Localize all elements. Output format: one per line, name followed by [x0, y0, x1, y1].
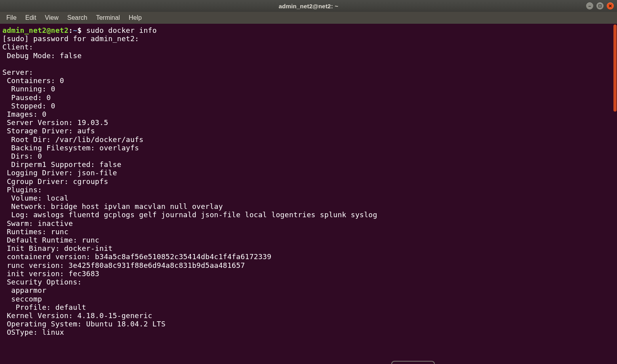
panel-stub — [391, 361, 435, 364]
minimize-button[interactable] — [586, 2, 593, 9]
scrollbar-thumb[interactable] — [613, 25, 617, 112]
menu-help[interactable]: Help — [125, 13, 146, 23]
menubar: File Edit View Search Terminal Help — [0, 12, 617, 24]
prompt-user: admin_net2 — [2, 26, 46, 34]
window-title: admin_net2@net2: ~ — [279, 3, 338, 9]
command-text: sudo docker info — [86, 26, 157, 34]
close-icon — [608, 4, 612, 8]
menu-search[interactable]: Search — [63, 13, 91, 23]
terminal-window: admin_net2@net2: ~ File Edit View Search… — [0, 0, 617, 364]
menu-terminal[interactable]: Terminal — [92, 13, 124, 23]
menu-view[interactable]: View — [41, 13, 62, 23]
close-button[interactable] — [607, 2, 614, 9]
prompt-dollar: $ — [77, 26, 82, 34]
titlebar[interactable]: admin_net2@net2: ~ — [0, 0, 617, 12]
svg-rect-1 — [599, 5, 601, 7]
prompt-path: ~ — [73, 26, 77, 34]
minimize-icon — [588, 4, 592, 8]
output-lines: [sudo] password for admin_net2: Client: … — [2, 34, 377, 336]
scrollbar[interactable] — [613, 24, 617, 364]
maximize-button[interactable] — [596, 2, 604, 9]
menu-edit[interactable]: Edit — [21, 13, 40, 23]
prompt-colon: : — [69, 26, 73, 34]
menu-file[interactable]: File — [2, 13, 21, 23]
maximize-icon — [598, 4, 602, 8]
prompt-host: net2 — [51, 26, 69, 34]
window-controls — [586, 2, 614, 9]
prompt-at: @ — [46, 26, 51, 34]
terminal-output[interactable]: admin_net2@net2:~$ sudo docker info [sud… — [0, 24, 617, 364]
